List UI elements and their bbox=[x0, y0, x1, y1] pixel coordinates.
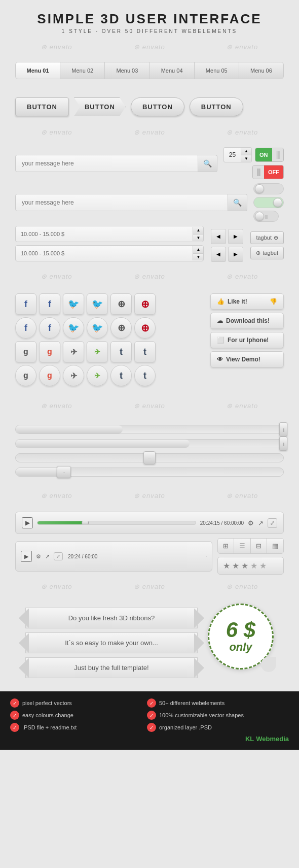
tumblr-circle-1[interactable]: t bbox=[110, 365, 132, 386]
pinterest-circle-1[interactable]: ⊕ bbox=[110, 317, 132, 339]
facebook-icon-1[interactable]: f bbox=[15, 293, 36, 315]
media-knob-sm[interactable] bbox=[206, 556, 207, 557]
pinterest-icon-1[interactable]: ⊕ bbox=[110, 293, 132, 315]
twitter-circle-2[interactable]: 🐦 bbox=[87, 317, 108, 339]
arrow-right-2[interactable]: ▶ bbox=[228, 247, 243, 262]
download-button[interactable]: ☁ Download this! bbox=[210, 313, 284, 329]
range-up-1[interactable]: ▲ bbox=[193, 227, 203, 235]
slider-toggle-2[interactable] bbox=[253, 197, 284, 208]
settings-icon[interactable]: ⚙ bbox=[248, 519, 254, 527]
arrow-left-2[interactable]: ◀ bbox=[211, 247, 226, 262]
range-down-1[interactable]: ▼ bbox=[193, 235, 203, 242]
toggle-off[interactable]: ||| OFF bbox=[252, 165, 284, 179]
watermark-row-4: ⊛ envato ⊛ envato ⊛ envato bbox=[0, 398, 299, 414]
search-input-1[interactable] bbox=[15, 155, 198, 172]
ribbon-label-2: It´s so easy to make your own... bbox=[65, 639, 158, 647]
button-4[interactable]: BUTTON bbox=[190, 97, 243, 116]
watermark-row-1: ⊛ envato ⊛ envato ⊛ envato bbox=[0, 39, 299, 55]
progress-thumb-4[interactable]: ·· bbox=[57, 466, 71, 478]
tag-button-1[interactable]: tagbut ⊕ bbox=[250, 231, 284, 244]
arrow-left-1[interactable]: ◀ bbox=[211, 229, 226, 244]
google-icon-1[interactable]: g bbox=[15, 341, 36, 362]
google-circle-2[interactable]: g bbox=[39, 365, 60, 386]
facebook-circle-1[interactable]: f bbox=[15, 317, 36, 339]
play-button-small[interactable]: ▶ bbox=[21, 551, 32, 562]
arrow-right-1[interactable]: ▶ bbox=[228, 229, 243, 244]
progress-bars: ||| ||| ·· ·· bbox=[15, 418, 284, 484]
progress-thumb-3[interactable]: ·· bbox=[143, 451, 156, 464]
watermark-9: ⊛ envato bbox=[227, 273, 258, 280]
tab-menu04[interactable]: Menu 04 bbox=[150, 62, 195, 79]
tumblr-icon-2[interactable]: t bbox=[134, 341, 156, 362]
progress-track-2[interactable]: ||| bbox=[15, 439, 284, 448]
column-view-button[interactable]: ⊟ bbox=[251, 539, 267, 553]
delicious-icon-2[interactable]: ✈ bbox=[87, 341, 108, 362]
tumblr-circle-2[interactable]: t bbox=[134, 365, 156, 386]
slider-toggle-1[interactable] bbox=[253, 183, 284, 194]
progress-track-3[interactable]: ·· bbox=[15, 453, 284, 462]
grid-view-button[interactable]: ⊞ bbox=[218, 539, 234, 553]
twitter-icon-1[interactable]: 🐦 bbox=[63, 293, 84, 315]
star-5[interactable]: ★ bbox=[259, 561, 267, 571]
page-header: SIMPLE 3D USER INTERFACE 1 STYLE - OVER … bbox=[0, 0, 299, 39]
media-progress-large[interactable] bbox=[37, 521, 196, 525]
range-down-2[interactable]: ▼ bbox=[193, 254, 203, 261]
button-1[interactable]: BUTTON bbox=[15, 97, 69, 116]
facebook-icon-2[interactable]: f bbox=[39, 293, 60, 315]
fullscreen-btn-sm[interactable]: ⤢ bbox=[54, 552, 63, 560]
tab-menu06[interactable]: Menu 06 bbox=[239, 62, 283, 79]
delicious-circle-2[interactable]: ✈ bbox=[87, 365, 108, 386]
media-knob[interactable] bbox=[82, 521, 89, 525]
spinner-down[interactable]: ▼ bbox=[241, 155, 251, 162]
button-3[interactable]: BUTTON bbox=[131, 97, 184, 116]
media-progress-sm[interactable] bbox=[206, 556, 207, 557]
search-input-2[interactable] bbox=[15, 194, 228, 211]
tumblr-icon-1[interactable]: t bbox=[110, 341, 132, 362]
progress-track-1[interactable]: ||| bbox=[15, 425, 284, 434]
delicious-icon-1[interactable]: ✈ bbox=[63, 341, 84, 362]
pinterest-circle-2[interactable]: ⊕ bbox=[134, 317, 156, 339]
facebook-circle-2[interactable]: f bbox=[39, 317, 60, 339]
button-2[interactable]: BUTTON bbox=[74, 97, 126, 116]
tag-button-2[interactable]: ⊕ tagbut bbox=[250, 247, 284, 259]
range-up-2[interactable]: ▲ bbox=[193, 246, 203, 254]
like-button[interactable]: 👍 Like it! 👎 bbox=[210, 293, 284, 310]
delicious-circle-1[interactable]: ✈ bbox=[63, 365, 84, 386]
tab-menu02[interactable]: Menu 02 bbox=[60, 62, 105, 79]
star-4[interactable]: ★ bbox=[250, 561, 257, 571]
settings-icon-sm[interactable]: ⚙ bbox=[36, 553, 41, 560]
toggle-on[interactable]: ON ||| bbox=[255, 148, 284, 162]
slider-toggle-3[interactable]: ||| bbox=[253, 211, 279, 222]
footer-label-4: 100% customizable vector shapes bbox=[159, 712, 244, 718]
barcode-view-button[interactable]: ▦ bbox=[267, 539, 283, 553]
spinner-up[interactable]: ▲ bbox=[241, 148, 251, 155]
fullscreen-button[interactable]: ⤢ bbox=[268, 518, 277, 528]
search-button-1[interactable]: 🔍 bbox=[198, 155, 217, 172]
google-circle-1[interactable]: g bbox=[15, 365, 36, 386]
share-icon-sm[interactable]: ↗ bbox=[45, 553, 50, 560]
star-3[interactable]: ★ bbox=[241, 561, 248, 571]
star-2[interactable]: ★ bbox=[232, 561, 239, 571]
progress-track-4[interactable]: ·· bbox=[15, 468, 284, 477]
pinterest-icon-2[interactable]: ⊕ bbox=[134, 293, 156, 315]
iphone-button[interactable]: ⬜ For ur Iphone! bbox=[210, 332, 284, 348]
share-icon[interactable]: ↗ bbox=[258, 519, 264, 527]
tab-menu03[interactable]: Menu 03 bbox=[105, 62, 150, 79]
demo-button[interactable]: 👁 View Demo! bbox=[210, 351, 284, 368]
play-button-large[interactable]: ▶ bbox=[22, 517, 33, 528]
twitter-icon-2[interactable]: 🐦 bbox=[87, 293, 108, 315]
watermark-15: ⊛ envato bbox=[227, 492, 258, 499]
search-button-2[interactable]: 🔍 bbox=[228, 194, 247, 211]
twitter-circle-1[interactable]: 🐦 bbox=[63, 317, 84, 339]
watermark-17: ⊛ envato bbox=[134, 583, 165, 590]
tab-menu01[interactable]: Menu 01 bbox=[16, 62, 60, 79]
watermark-8: ⊛ envato bbox=[134, 273, 165, 280]
star-1[interactable]: ★ bbox=[223, 561, 230, 571]
progress-handle-1[interactable]: ||| bbox=[279, 422, 287, 437]
progress-handle-2[interactable]: ||| bbox=[279, 437, 287, 451]
nav-arrows-2: ◀ ▶ bbox=[211, 247, 243, 262]
google-icon-2[interactable]: g bbox=[39, 341, 60, 362]
list-view-button[interactable]: ☰ bbox=[234, 539, 251, 553]
tab-menu05[interactable]: Menu 05 bbox=[195, 62, 239, 79]
watermark-7: ⊛ envato bbox=[41, 273, 72, 280]
